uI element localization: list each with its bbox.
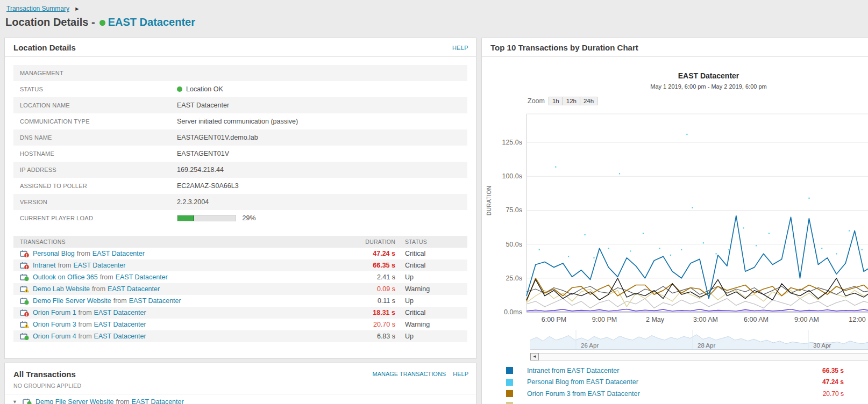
transaction-link[interactable]: Demo File Server Website <box>35 398 114 404</box>
legend-link[interactable]: Orion Forum 3 from EAST Datacenter <box>527 390 640 398</box>
top10-chart-panel: Top 10 Transactions by Duration Chart EA… <box>481 38 868 404</box>
duration-value: 2.41 s <box>346 273 395 281</box>
field-row-ip-address: IP ADDRESS 169.254.218.44 <box>13 162 467 178</box>
field-row-assigned-poller: ASSIGNED TO POLLER EC2AMAZ-S0A66L3 <box>13 178 467 194</box>
scroll-left-button[interactable]: ◄ <box>530 353 539 360</box>
transaction-tv-icon <box>20 262 29 269</box>
legend-value: 47.24 s <box>822 378 844 386</box>
location-link[interactable]: EAST Datacenter <box>94 321 146 328</box>
transaction-link[interactable]: Personal Blog <box>33 250 75 257</box>
legend-item: Intranet from EAST Datacenter 66.35 s <box>506 365 844 377</box>
status-value: Critical <box>395 309 461 316</box>
zoom-button-1h[interactable]: 1h <box>549 97 563 105</box>
breadcrumb-arrow-icon: ▶ <box>75 6 79 11</box>
location-link[interactable]: EAST Datacenter <box>93 250 145 257</box>
legend-swatch <box>506 402 513 404</box>
svg-text:50.0s: 50.0s <box>506 241 522 248</box>
divider <box>5 394 476 394</box>
legend-link[interactable]: Intranet from EAST Datacenter <box>527 367 619 374</box>
svg-text:6:00 AM: 6:00 AM <box>744 316 769 323</box>
field-row-hostname: HOSTNAME EASTAGENT01V <box>13 146 467 162</box>
transaction-tv-icon <box>20 273 29 281</box>
location-link[interactable]: EAST Datacenter <box>129 297 181 305</box>
critical-badge-icon <box>24 253 29 257</box>
location-ok-dot-icon <box>177 86 182 92</box>
duration-value: 18.31 s <box>346 309 395 316</box>
transaction-link[interactable]: Demo Lab Website <box>33 285 90 293</box>
field-row-player-load: CURRENT PLAYER LOAD 29% <box>13 210 467 226</box>
chart-navigator[interactable]: 26 Apr28 Apr30 Apr <box>530 327 868 351</box>
table-row: Outlook on Office 365fromEAST Datacenter… <box>13 271 467 283</box>
svg-text:100.0s: 100.0s <box>502 172 522 180</box>
svg-text:9:00 AM: 9:00 AM <box>794 316 819 323</box>
location-link[interactable]: EAST Datacenter <box>108 285 160 293</box>
svg-text:0.0ms: 0.0ms <box>504 308 522 316</box>
table-row: Personal BlogfromEAST Datacenter 47.24 s… <box>13 248 467 259</box>
manage-transactions-link[interactable]: MANAGE TRANSACTIONS <box>372 371 446 377</box>
expander-icon[interactable]: ▼ <box>12 399 17 404</box>
help-link[interactable]: HELP <box>452 45 468 51</box>
table-row: Orion Forum 3fromEAST Datacenter 20.70 s… <box>13 319 467 330</box>
location-link[interactable]: EAST Datacenter <box>94 333 146 340</box>
duration-value: 6.83 s <box>346 333 395 340</box>
help-link[interactable]: HELP <box>453 371 468 377</box>
status-value: Warning <box>395 285 461 293</box>
breadcrumb: Transaction Summary ▶ <box>6 5 79 12</box>
all-transactions-title: All Transactions <box>13 370 76 379</box>
transaction-tv-icon <box>20 309 29 316</box>
transaction-link[interactable]: Orion Forum 3 <box>33 321 76 328</box>
legend-link[interactable]: Personal Blog from EAST Datacenter <box>527 378 638 386</box>
svg-text:6:00 PM: 6:00 PM <box>542 316 567 323</box>
transaction-link[interactable]: Demo File Server Website <box>33 297 111 305</box>
location-fields: MANAGEMENT STATUS Location OK LOCATION N… <box>13 65 467 226</box>
all-transactions-panel: All Transactions NO GROUPING APPLIED MAN… <box>4 363 476 404</box>
zoom-label: Zoom <box>528 97 545 105</box>
breadcrumb-link-transaction-summary[interactable]: Transaction Summary <box>6 5 69 12</box>
table-row: Demo File Server WebsitefromEAST Datacen… <box>13 295 467 307</box>
chart-scrollbar[interactable]: ◄ <box>530 353 868 360</box>
field-row-management: MANAGEMENT <box>13 65 467 81</box>
duration-value: 47.24 s <box>346 250 395 257</box>
transaction-tv-icon <box>20 285 29 293</box>
field-row-dns-name: DNS NAME EASTAGENT01V.demo.lab <box>13 129 467 146</box>
svg-text:30 Apr: 30 Apr <box>813 342 831 349</box>
status-value: Critical <box>395 250 461 257</box>
svg-text:25.0s: 25.0s <box>506 275 522 282</box>
zoom-button-12h[interactable]: 12h <box>563 97 580 105</box>
location-link[interactable]: EAST Datacenter <box>116 273 168 281</box>
transaction-tv-icon <box>20 297 29 305</box>
transactions-table-header: TRANSACTIONS DURATION STATUS <box>13 236 467 248</box>
panel-title: Location Details <box>13 43 76 52</box>
transaction-link[interactable]: Orion Forum 1 <box>33 309 76 316</box>
location-link[interactable]: EAST Datacenter <box>94 309 146 316</box>
duration-line-chart: 0.0ms25.0s50.0s75.0s100.0s125.0s6:00 PM9… <box>482 108 868 325</box>
panel-header: Top 10 Transactions by Duration Chart <box>482 38 868 57</box>
svg-text:3:00 AM: 3:00 AM <box>693 316 718 323</box>
legend-item: Orion Forum 3 from EAST Datacenter 20.70… <box>506 388 844 400</box>
page-title-prefix: Location Details - <box>5 16 95 28</box>
transaction-link[interactable]: Intranet <box>33 262 55 269</box>
page-title: Location Details -EAST Datacenter <box>5 16 195 28</box>
chart-legend: Intranet from EAST Datacenter 66.35 s Pe… <box>506 365 844 404</box>
location-details-panel: Location Details HELP MANAGEMENT STATUS … <box>4 38 476 359</box>
svg-text:75.0s: 75.0s <box>506 206 522 214</box>
location-link[interactable]: EAST Datacenter <box>132 398 184 404</box>
zoom-button-24h[interactable]: 24h <box>580 97 597 105</box>
duration-value: 66.35 s <box>346 262 395 269</box>
transaction-tv-icon <box>23 398 32 404</box>
status-value: Up <box>395 273 461 281</box>
field-row-location-name: LOCATION NAME EAST Datacenter <box>13 97 467 113</box>
panel-header: Location Details HELP <box>5 38 476 57</box>
table-row: Demo Lab WebsitefromEAST Datacenter 0.09… <box>13 283 467 295</box>
status-value: Critical <box>395 262 461 269</box>
transaction-link[interactable]: Orion Forum 4 <box>33 333 76 340</box>
panel-title: Top 10 Transactions by Duration Chart <box>490 43 638 52</box>
transaction-tv-icon <box>20 250 29 257</box>
transaction-tv-icon <box>20 333 29 340</box>
scrollbar-track[interactable] <box>539 353 868 360</box>
status-dot-icon <box>99 20 105 26</box>
location-link[interactable]: EAST Datacenter <box>73 262 125 269</box>
transaction-link[interactable]: Outlook on Office 365 <box>33 273 98 281</box>
svg-text:2 May: 2 May <box>646 316 665 323</box>
transaction-tv-icon <box>20 321 29 328</box>
